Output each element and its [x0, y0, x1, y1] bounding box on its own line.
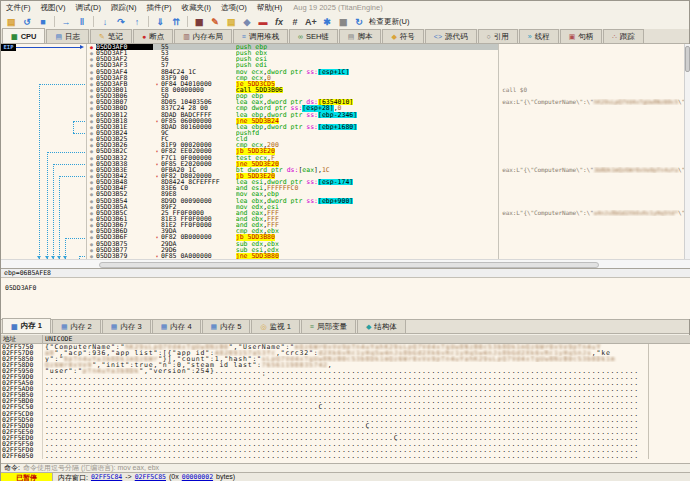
tab-句柄[interactable]: ▣句柄 [560, 29, 603, 43]
run-icon[interactable]: → [59, 15, 73, 28]
tab-label: 内存 2 [71, 322, 92, 332]
disassembly-vertical-scrollbar[interactable] [684, 44, 690, 259]
tab-label: 调用堆栈 [249, 32, 279, 42]
tab-SEH链[interactable]: ∞SEH链 [289, 29, 338, 43]
tab-源代码[interactable]: <>源代码 [425, 29, 477, 43]
fx-icon[interactable]: fx [272, 15, 286, 28]
calculator-icon[interactable]: ▦ [336, 15, 350, 28]
label-icon[interactable]: ◆ [240, 15, 254, 28]
tab-label: 监视 1 [270, 322, 291, 332]
memory-row[interactable]: 02FF5850y":"9pTn4uYa3b8Dk1mQz6Wr"}],"cou… [1, 356, 690, 362]
stop-icon[interactable]: ■ [36, 15, 50, 28]
view-tab-bar: ▦CPU▤日志✎笔记●断点▥内存布局≡调用堆栈∞SEH链▤脚本◆符号<>源代码○… [1, 29, 689, 44]
trace-into-icon[interactable]: ⇓ [153, 15, 167, 28]
toolbar-separator [93, 16, 94, 27]
run-to-user-code-icon[interactable]: ⇈ [169, 15, 183, 28]
dump-tab-bar: ▦内存 1▦内存 2▦内存 3▦内存 4▦内存 5◎监视 1≡局部变量◆结构体 [1, 319, 689, 334]
tab-label: 日志 [65, 32, 80, 42]
tab-label: 线程 [535, 32, 550, 42]
dump-tab-监视 1[interactable]: ◎监视 1 [251, 319, 299, 333]
disasm-row[interactable]: ●05DD3B79▾0F85 0A000000jne 5DD3B80 [87, 253, 684, 259]
check-update-label[interactable]: 检查更新(U) [369, 17, 409, 27]
window-title: Aug 19 2025 (TitanEngine) [293, 3, 382, 12]
toolbar-separator [54, 16, 55, 27]
tab-icon: ▦ [161, 323, 168, 330]
instruction-address: 05DD3B79 [96, 253, 153, 259]
tab-label: 内存 3 [120, 322, 141, 332]
menu-item[interactable]: 插件(P) [141, 1, 176, 14]
tab-内存布局[interactable]: ▥内存布局 [174, 29, 232, 43]
tab-跟踪[interactable]: ∴跟踪 [603, 29, 643, 43]
tab-断点[interactable]: ●断点 [133, 29, 173, 43]
execute-till-return-icon[interactable]: ↑ [130, 15, 144, 28]
toolbar: ▤↺■→‖↓↷↑⇓⇈▦✎▤◆▬fx#A+✱▦↻检查更新(U) [1, 14, 689, 29]
tab-icon: ▦ [111, 323, 118, 330]
update-icon[interactable]: ↻ [352, 15, 366, 28]
memory-unicode-data: ........................................… [43, 453, 649, 459]
menu-bar: 文件(F)视图(V)调试(D)跟踪(N)插件(P)收藏夹(I)选项(O)帮助(H… [1, 1, 689, 14]
menu-item[interactable]: 帮助(H) [252, 1, 287, 14]
instruction-dot[interactable]: ● [87, 253, 96, 259]
memory-dump-rows: 02FF5750{"ComputerName":"hK29sLpQ7Vd4xTg… [1, 344, 690, 459]
tab-label: 引用 [494, 32, 509, 42]
menu-item[interactable]: 收藏夹(I) [176, 1, 216, 14]
tab-笔记[interactable]: ✎笔记 [90, 29, 132, 43]
font-icon[interactable]: A+ [304, 15, 318, 28]
memory-map-icon[interactable]: ▦ [192, 15, 206, 28]
memory-row[interactable]: 02FF6050................................… [1, 453, 690, 459]
step-over-icon[interactable]: ↷ [114, 15, 128, 28]
preferences-icon[interactable]: ✱ [320, 15, 334, 28]
tab-icon: ∞ [298, 33, 303, 40]
tab-label: 内存 5 [220, 322, 241, 332]
tab-icon: ∴ [612, 33, 616, 40]
memory-size-link[interactable]: 00000002 [182, 473, 213, 481]
tab-label: 脚本 [357, 32, 372, 42]
pause-icon[interactable]: ‖ [75, 15, 89, 28]
tab-CPU[interactable]: ▦CPU [2, 28, 45, 43]
tab-符号[interactable]: ◆符号 [382, 29, 423, 43]
tab-日志[interactable]: ▤日志 [46, 29, 89, 43]
instruction-bytes: 0F85 0A000000 [161, 253, 236, 259]
dump-tab-内存 1[interactable]: ▦内存 1 [2, 318, 51, 333]
hash-icon[interactable]: # [288, 15, 302, 28]
menu-item[interactable]: 跟踪(N) [106, 1, 141, 14]
menu-item[interactable]: 视图(V) [36, 1, 71, 14]
command-input-hint[interactable]: 命令使用逗号分隔 (汇编语言): mov eax, ebx [23, 464, 159, 472]
eraser-icon[interactable]: ▬ [256, 15, 270, 28]
menu-item[interactable]: 选项(O) [216, 1, 252, 14]
tab-label: 局部变量 [317, 322, 347, 332]
command-bar[interactable]: 命令: 命令使用逗号分隔 (汇编语言): mov eax, ebx [1, 463, 690, 472]
menu-item[interactable]: 调试(D) [71, 1, 106, 14]
memory-dump-pane[interactable]: 地址 UNICODE 02FF5750{"ComputerName":"hK29… [1, 335, 690, 463]
tab-icon: ✎ [99, 33, 105, 40]
instruction-text: jne 5DD3B80 [236, 253, 499, 259]
restart-icon[interactable]: ↺ [20, 15, 34, 28]
dump-tab-内存 3[interactable]: ▦内存 3 [102, 319, 151, 333]
dump-tab-内存 4[interactable]: ▦内存 4 [152, 319, 201, 333]
dump-tab-内存 2[interactable]: ▦内存 2 [52, 319, 101, 333]
tab-调用堆栈[interactable]: ≡调用堆栈 [233, 29, 288, 43]
disassembly-pane[interactable]: EIP ●05DD3AF055push ebp●05DD3AF153push e… [1, 44, 690, 268]
patch-icon[interactable]: ✎ [208, 15, 222, 28]
scrollbar-thumb[interactable] [685, 46, 690, 72]
dump-tab-内存 5[interactable]: ▦内存 5 [202, 319, 251, 333]
dump-tab-局部变量[interactable]: ≡局部变量 [301, 319, 356, 333]
comment-icon[interactable]: ▤ [224, 15, 238, 28]
tab-label: SEH链 [306, 32, 329, 42]
scrollbar-thumb[interactable] [99, 262, 599, 268]
tab-线程[interactable]: »线程 [519, 29, 559, 43]
memory-range-end-link[interactable]: 02FF5C85 [135, 473, 166, 481]
size-open: (0x [169, 473, 179, 481]
disassembly-horizontal-scrollbar[interactable] [1, 259, 690, 268]
jump-line-gutter: EIP [1, 44, 86, 259]
tab-引用[interactable]: ○引用 [478, 29, 518, 43]
paused-status-badge: 已暂停 [1, 473, 53, 481]
tab-脚本[interactable]: ▤脚本 [339, 29, 382, 43]
open-file-icon[interactable]: ▤ [4, 15, 18, 28]
memory-range-start-link[interactable]: 02FF5C84 [91, 473, 122, 481]
tab-icon: ▦ [211, 323, 218, 330]
menu-item[interactable]: 文件(F) [1, 1, 36, 14]
step-into-icon[interactable]: ↓ [98, 15, 112, 28]
tab-icon: ● [142, 33, 146, 40]
dump-tab-结构体[interactable]: ◆结构体 [357, 319, 406, 333]
